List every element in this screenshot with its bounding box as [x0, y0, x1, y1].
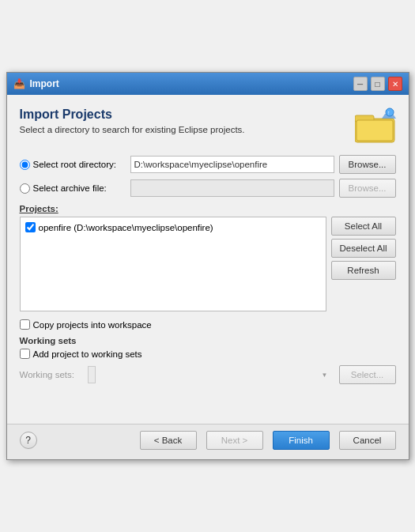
add-to-working-sets-row: Add project to working sets	[20, 349, 396, 359]
projects-action-buttons: Select All Deselect All Refresh	[331, 217, 396, 311]
back-button[interactable]: < Back	[140, 431, 197, 450]
spacer	[20, 392, 396, 416]
footer-buttons: < Back Next > Finish Cancel	[135, 431, 396, 450]
working-sets-label: Working sets:	[20, 370, 85, 379]
copy-projects-label[interactable]: Copy projects into workspace	[33, 320, 152, 330]
root-directory-input[interactable]	[130, 156, 334, 173]
archive-file-label: Select archive file:	[33, 183, 107, 193]
footer-left: ?	[20, 432, 37, 449]
dialog-content: Import Projects Select a directory to se…	[7, 95, 409, 424]
projects-list: openfire (D:\workspace\myeclipse\openfir…	[20, 217, 326, 311]
add-working-sets-label[interactable]: Add project to working sets	[33, 349, 142, 359]
titlebar-controls: ─ □ ✕	[353, 77, 402, 91]
working-sets-row: Working sets: Select...	[20, 365, 396, 384]
dialog-header: Import Projects Select a directory to se…	[20, 108, 396, 145]
close-button[interactable]: ✕	[388, 77, 402, 91]
titlebar-title: 📥 Import	[13, 78, 59, 89]
working-sets-select-wrapper	[88, 366, 331, 383]
refresh-button[interactable]: Refresh	[331, 261, 396, 280]
dialog-title: Import Projects	[20, 108, 245, 122]
svg-rect-2	[357, 120, 393, 141]
archive-browse-button[interactable]: Browse...	[339, 179, 396, 198]
project-checkbox[interactable]	[25, 222, 36, 232]
projects-area: openfire (D:\workspace\myeclipse\openfir…	[20, 217, 396, 311]
next-button[interactable]: Next >	[206, 431, 263, 450]
titlebar: 📥 Import ─ □ ✕	[7, 73, 409, 95]
help-button[interactable]: ?	[20, 432, 37, 449]
archive-file-radio-label[interactable]: Select archive file:	[20, 183, 130, 194]
cancel-button[interactable]: Cancel	[339, 431, 396, 450]
root-directory-radio[interactable]	[20, 160, 30, 170]
working-sets-select-button[interactable]: Select...	[339, 365, 396, 384]
copy-projects-checkbox[interactable]	[20, 319, 30, 330]
working-sets-title: Working sets	[20, 336, 396, 345]
dialog-footer: ? < Back Next > Finish Cancel	[7, 424, 409, 459]
minimize-button[interactable]: ─	[353, 77, 368, 91]
working-sets-select[interactable]	[88, 366, 96, 383]
archive-file-input[interactable]	[130, 179, 334, 197]
deselect-all-button[interactable]: Deselect All	[331, 239, 396, 258]
root-directory-label: Select root directory:	[33, 160, 116, 169]
projects-section: Projects: openfire (D:\workspace\myeclip…	[20, 204, 396, 311]
window-title: Import	[30, 78, 59, 89]
list-item: openfire (D:\workspace\myeclipse\openfir…	[24, 221, 323, 234]
copy-projects-row: Copy projects into workspace	[20, 319, 396, 330]
finish-button[interactable]: Finish	[273, 431, 330, 450]
svg-text:↑: ↑	[387, 110, 390, 115]
root-directory-row: Select root directory: Browse...	[20, 155, 396, 174]
archive-file-row: Select archive file: Browse...	[20, 179, 396, 198]
import-dialog: 📥 Import ─ □ ✕ Import Projects Select a …	[6, 72, 409, 460]
add-working-sets-checkbox[interactable]	[20, 349, 30, 359]
working-sets-section: Working sets Add project to working sets…	[20, 336, 396, 384]
projects-section-label: Projects:	[20, 204, 396, 213]
archive-file-radio[interactable]	[20, 183, 30, 194]
root-directory-radio-label[interactable]: Select root directory:	[20, 160, 130, 170]
select-all-button[interactable]: Select All	[331, 217, 396, 236]
root-browse-button[interactable]: Browse...	[339, 155, 396, 174]
folder-icon: ↑	[355, 108, 396, 145]
project-label: openfire (D:\workspace\myeclipse\openfir…	[39, 223, 213, 232]
dialog-subtitle: Select a directory to search for existin…	[20, 125, 245, 134]
maximize-button[interactable]: □	[371, 77, 385, 91]
header-text: Import Projects Select a directory to se…	[20, 108, 245, 134]
titlebar-icon: 📥	[13, 78, 25, 89]
